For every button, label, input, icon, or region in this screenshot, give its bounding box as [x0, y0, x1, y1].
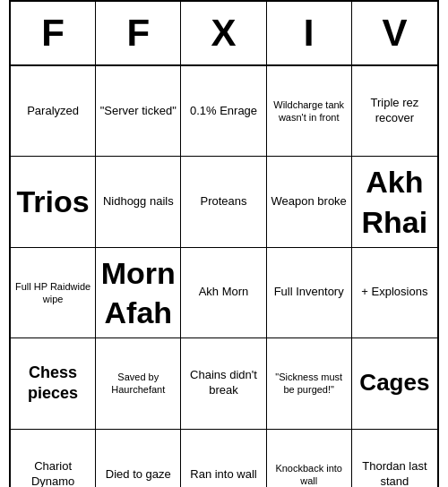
bingo-cell-11: Morn Afah	[96, 248, 181, 338]
bingo-cell-0: Paralyzed	[11, 66, 96, 157]
bingo-cell-13: Full Inventory	[267, 248, 352, 338]
bingo-cell-14: + Explosions	[352, 248, 437, 338]
bingo-cell-8: Weapon broke	[267, 157, 352, 247]
bingo-cell-9: Akh Rhai	[352, 157, 437, 247]
bingo-cell-4: Triple rez recover	[352, 66, 437, 157]
bingo-cell-6: Nidhogg nails	[96, 157, 181, 247]
header-col-3: I	[267, 2, 352, 64]
bingo-cell-5: Trios	[11, 157, 96, 247]
bingo-cell-24: Thordan last stand	[352, 430, 437, 488]
bingo-cell-21: Died to gaze	[96, 430, 181, 488]
bingo-grid: Paralyzed"Server ticked"0.1% EnrageWildc…	[11, 66, 437, 487]
bingo-cell-2: 0.1% Enrage	[181, 66, 266, 157]
bingo-cell-3: Wildcharge tank wasn't in front	[267, 66, 352, 157]
header-col-1: F	[96, 2, 181, 64]
bingo-card: FFXIV Paralyzed"Server ticked"0.1% Enrag…	[9, 0, 439, 487]
bingo-cell-1: "Server ticked"	[96, 66, 181, 157]
header-col-2: X	[181, 2, 266, 64]
header-col-0: F	[11, 2, 96, 64]
bingo-cell-16: Saved by Haurchefant	[96, 338, 181, 429]
bingo-cell-22: Ran into wall	[181, 430, 266, 488]
bingo-cell-19: Cages	[352, 338, 437, 429]
bingo-cell-15: Chess pieces	[11, 338, 96, 429]
bingo-cell-20: Chariot Dynamo	[11, 430, 96, 488]
bingo-cell-12: Akh Morn	[181, 248, 266, 338]
header-col-4: V	[352, 2, 437, 64]
bingo-cell-18: "Sickness must be purged!"	[267, 338, 352, 429]
bingo-cell-23: Knockback into wall	[267, 430, 352, 488]
bingo-header: FFXIV	[11, 2, 437, 66]
bingo-cell-7: Proteans	[181, 157, 266, 247]
bingo-cell-10: Full HP Raidwide wipe	[11, 248, 96, 338]
bingo-cell-17: Chains didn't break	[181, 338, 266, 429]
